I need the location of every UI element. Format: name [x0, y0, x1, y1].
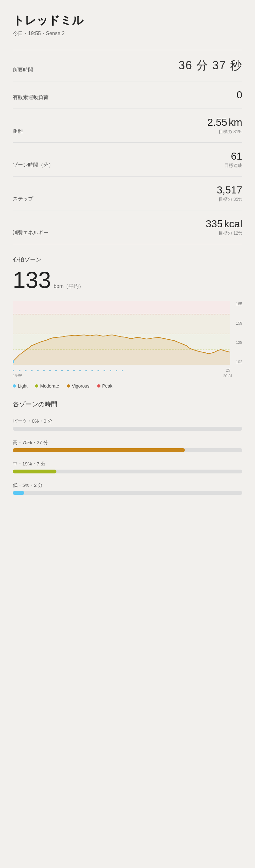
- chart-legend: Light Moderate Vigorous Peak: [13, 383, 242, 389]
- chart-container: [13, 301, 242, 365]
- stat-sub-calories: 目標の 12%: [206, 230, 242, 236]
- zone-item-peak: ピーク・0%・0 分: [13, 418, 242, 431]
- zone-section-title: 各ゾーンの時間: [13, 400, 242, 409]
- y-label-128: 128: [236, 340, 242, 345]
- legend-label-peak: Peak: [102, 383, 112, 389]
- stat-value-block-steps: 3,517 目標の 35%: [217, 184, 242, 203]
- y-axis-labels: 185 159 128 102: [236, 301, 242, 365]
- legend-label-light: Light: [18, 383, 27, 389]
- dot: [67, 370, 69, 371]
- zone-item-moderate: 中・19%・7 分: [13, 461, 242, 473]
- dot: [19, 370, 21, 371]
- dot: [13, 370, 14, 371]
- legend-dot-vigorous: [67, 384, 70, 388]
- stat-row-distance: 距離 2.55 km 目標の 31%: [13, 109, 242, 143]
- zone-bar-bg-moderate: [13, 470, 242, 473]
- svg-rect-1: [13, 314, 230, 334]
- y-label-102: 102: [236, 360, 242, 364]
- stat-row-duration: 所要時間 36 分 37 秒: [13, 50, 242, 82]
- stat-label-calories: 消費エネルギー: [13, 229, 48, 236]
- y-label-159: 159: [236, 321, 242, 326]
- zone-label-moderate: 中・19%・7 分: [13, 461, 242, 467]
- zone-label-high: 高・75%・27 分: [13, 440, 242, 446]
- stat-value-block-aerobic: 0: [236, 89, 242, 101]
- stat-label-zone-time: ゾーン時間（分）: [13, 162, 53, 168]
- chart-wrapper: 185 159 128 102: [13, 301, 242, 365]
- stat-label-aerobic: 有酸素運動負荷: [13, 94, 48, 101]
- dot: [49, 370, 51, 371]
- zone-label-low: 低・5%・2 分: [13, 483, 242, 489]
- legend-moderate: Moderate: [35, 383, 59, 389]
- legend-label-moderate: Moderate: [40, 383, 59, 389]
- page-subtitle: 今日・19:55・Sense 2: [13, 30, 242, 37]
- x-label-start: 19:55: [13, 374, 22, 378]
- legend-light: Light: [13, 383, 27, 389]
- stat-value-block-calories: 335 kcal 目標の 12%: [206, 218, 242, 236]
- heart-rate-section: 心拍ゾーン 133 bpm（平均）: [13, 256, 242, 389]
- legend-peak: Peak: [97, 383, 112, 389]
- x-label-end: 20:31: [223, 374, 233, 378]
- stat-value-block-zone-time: 61 目標達成: [224, 150, 242, 168]
- stat-row-aerobic: 有酸素運動負荷 0: [13, 82, 242, 109]
- zone-label-peak: ピーク・0%・0 分: [13, 418, 242, 424]
- stat-label-duration: 所要時間: [13, 67, 33, 73]
- dot-count-label: 25: [226, 368, 230, 373]
- dot: [73, 370, 75, 371]
- stat-value-block-duration: 36 分 37 秒: [179, 58, 242, 73]
- stat-sub-steps: 目標の 35%: [217, 197, 242, 203]
- page-container: トレッドミル 今日・19:55・Sense 2 所要時間 36 分 37 秒 有…: [0, 0, 255, 523]
- dot: [110, 370, 111, 371]
- legend-vigorous: Vigorous: [67, 383, 89, 389]
- stat-row-calories: 消費エネルギー 335 kcal 目標の 12%: [13, 210, 242, 244]
- dot: [61, 370, 63, 371]
- stat-value-steps: 3,517: [217, 184, 242, 196]
- legend-label-vigorous: Vigorous: [72, 383, 89, 389]
- dot: [104, 370, 105, 371]
- zone-item-high: 高・75%・27 分: [13, 440, 242, 452]
- zone-bar-fill-high: [13, 448, 185, 452]
- zone-bar-fill-moderate: [13, 470, 57, 473]
- stat-value-calories: 335: [206, 218, 222, 229]
- zone-bar-bg-peak: [13, 427, 242, 431]
- dot: [25, 370, 27, 371]
- chart-svg: [13, 301, 230, 365]
- dot: [85, 370, 87, 371]
- dot: [37, 370, 39, 371]
- dot: [43, 370, 45, 371]
- avg-bpm-label: bpm（平均）: [53, 283, 84, 290]
- legend-dot-peak: [97, 384, 100, 388]
- stat-label-distance: 距離: [13, 128, 23, 135]
- legend-dot-moderate: [35, 384, 38, 388]
- legend-dot-light: [13, 384, 16, 388]
- dot: [98, 370, 99, 371]
- zone-item-low: 低・5%・2 分: [13, 483, 242, 495]
- zone-bar-bg-high: [13, 448, 242, 452]
- stat-unit-calories: kcal: [224, 218, 242, 229]
- svg-rect-0: [13, 301, 230, 314]
- dot: [31, 370, 33, 371]
- zone-time-section: 各ゾーンの時間 ピーク・0%・0 分 高・75%・27 分 中・19%・7 分 …: [13, 400, 242, 495]
- dot: [92, 370, 93, 371]
- x-axis-labels: 19:55 20:31: [13, 374, 242, 378]
- zone-bar-fill-low: [13, 491, 24, 495]
- dot: [116, 370, 117, 371]
- stat-row-steps: ステップ 3,517 目標の 35%: [13, 177, 242, 210]
- stat-unit-distance: km: [228, 117, 242, 128]
- stat-value-duration: 36 分 37 秒: [179, 59, 242, 72]
- dot: [122, 370, 123, 371]
- stat-sub-distance: 目標の 31%: [208, 129, 242, 135]
- avg-bpm-block: 133 bpm（平均）: [13, 269, 242, 291]
- stats-section: 所要時間 36 分 37 秒 有酸素運動負荷 0 距離 2.55 km 目標の …: [13, 50, 242, 244]
- stat-sub-zone-time: 目標達成: [224, 163, 242, 168]
- dot: [79, 370, 81, 371]
- hr-section-label: 心拍ゾーン: [13, 256, 242, 264]
- y-label-185: 185: [236, 302, 242, 306]
- dots-container: [13, 370, 123, 371]
- stat-value-distance: 2.55: [208, 117, 227, 128]
- page-title: トレッドミル: [13, 13, 242, 28]
- stat-row-zone-time: ゾーン時間（分） 61 目標達成: [13, 143, 242, 177]
- dot: [55, 370, 57, 371]
- avg-bpm-value: 133: [13, 269, 51, 291]
- stat-value-zone-time: 61: [231, 150, 242, 162]
- stat-value-aerobic: 0: [236, 89, 242, 100]
